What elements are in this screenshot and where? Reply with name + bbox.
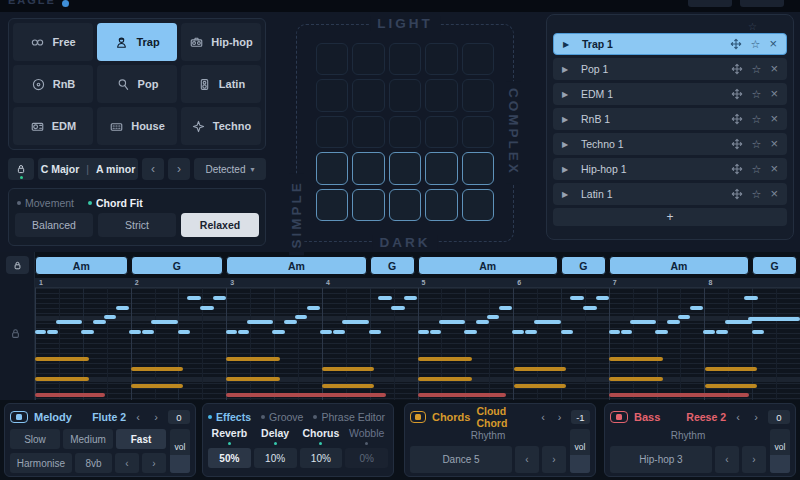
tab-effects[interactable]: Effects	[208, 411, 251, 423]
bass-preset-name[interactable]: Reese 2	[686, 411, 726, 423]
melody-option-prev-button[interactable]: ‹	[115, 453, 139, 473]
xy-pad-cell-r5c2[interactable]	[352, 189, 384, 221]
melody-speed-medium[interactable]: Medium	[63, 429, 113, 449]
effect-value-button[interactable]: 50%	[208, 448, 251, 468]
effect-value-button[interactable]: 10%	[300, 448, 343, 468]
chords-rhythm-prev-button[interactable]: ‹	[515, 446, 539, 473]
star-icon[interactable]: ☆	[752, 163, 762, 176]
close-icon[interactable]: ×	[770, 64, 778, 74]
star-icon[interactable]: ☆	[752, 138, 762, 151]
tab-groove[interactable]: Groove	[261, 411, 303, 423]
genre-button-pop[interactable]: Pop	[97, 65, 177, 103]
xy-pad-cell-r1c3[interactable]	[389, 43, 421, 75]
key-detect-dropdown[interactable]: Detected ▾	[194, 158, 266, 180]
chord-block-g[interactable]: G	[131, 256, 224, 275]
chord-block-g[interactable]: G	[752, 256, 797, 275]
genre-button-edm[interactable]: EDM	[13, 107, 93, 145]
melody-enable-toggle[interactable]	[10, 411, 28, 423]
preset-row-hip-hop-1[interactable]: ▶Hip-hop 1☆×	[553, 158, 787, 180]
chord-fit-option-relaxed[interactable]: Relaxed	[181, 213, 259, 237]
add-preset-button[interactable]: +	[553, 208, 787, 226]
close-icon[interactable]: ×	[770, 139, 778, 149]
play-icon[interactable]: ▶	[562, 65, 572, 74]
xy-pad-cell-r2c4[interactable]	[425, 79, 457, 111]
xy-pad-cell-r5c4[interactable]	[425, 189, 457, 221]
play-icon[interactable]: ▶	[563, 40, 573, 49]
star-icon[interactable]: ☆	[752, 188, 762, 201]
move-icon[interactable]	[731, 88, 743, 100]
chord-fit-option-strict[interactable]: Strict	[98, 213, 176, 237]
chord-block-am[interactable]: Am	[226, 256, 366, 275]
genre-button-house[interactable]: House	[97, 107, 177, 145]
xy-pad-cell-r5c3[interactable]	[389, 189, 421, 221]
key-lock-button[interactable]	[8, 158, 34, 180]
star-icon[interactable]: ☆	[752, 113, 762, 126]
xy-pad-cell-r2c5[interactable]	[462, 79, 494, 111]
melody-speed-slow[interactable]: Slow	[10, 429, 60, 449]
favorites-filter-star-icon[interactable]: ☆	[748, 21, 757, 32]
xy-pad-cell-r2c1[interactable]	[316, 79, 348, 111]
genre-button-latin[interactable]: Latin	[181, 65, 261, 103]
titlebar-button[interactable]	[740, 0, 784, 7]
close-icon[interactable]: ×	[770, 89, 778, 99]
chord-block-g[interactable]: G	[370, 256, 415, 275]
piano-roll[interactable]	[35, 288, 800, 400]
bass-enable-toggle[interactable]	[610, 411, 628, 423]
preset-row-pop-1[interactable]: ▶Pop 1☆×	[553, 58, 787, 80]
chord-block-am[interactable]: Am	[609, 256, 749, 275]
chords-rhythm-preset-button[interactable]: Dance 5	[410, 446, 512, 473]
xy-pad-cell-r2c2[interactable]	[352, 79, 384, 111]
play-icon[interactable]: ▶	[562, 165, 572, 174]
play-icon[interactable]: ▶	[562, 115, 572, 124]
star-icon[interactable]: ☆	[752, 88, 762, 101]
xy-pad-cell-r4c1[interactable]	[316, 152, 348, 184]
preset-row-edm-1[interactable]: ▶EDM 1☆×	[553, 83, 787, 105]
xy-pad-cell-r1c1[interactable]	[316, 43, 348, 75]
close-icon[interactable]: ×	[770, 164, 778, 174]
xy-pad-cell-r4c4[interactable]	[425, 152, 457, 184]
xy-pad-cell-r3c3[interactable]	[389, 116, 421, 148]
xy-pad-cell-r3c5[interactable]	[462, 116, 494, 148]
chord-block-am[interactable]: Am	[35, 256, 128, 275]
tab-phrase-editor[interactable]: Phrase Editor	[313, 411, 385, 423]
genre-button-techno[interactable]: Techno	[181, 107, 261, 145]
close-icon[interactable]: ×	[769, 39, 777, 49]
genre-button-trap[interactable]: Trap	[97, 23, 177, 61]
melody-speed-fast[interactable]: Fast	[116, 429, 166, 449]
preset-row-trap-1[interactable]: ▶Trap 1☆×	[553, 33, 787, 55]
tab-chord-fit[interactable]: Chord Fit	[88, 197, 143, 209]
chords-volume-slider[interactable]: vol	[570, 429, 590, 473]
chord-block-am[interactable]: Am	[418, 256, 558, 275]
chords-transpose-value[interactable]: -1	[571, 410, 590, 424]
close-icon[interactable]: ×	[770, 189, 778, 199]
octave-button[interactable]: 8vb	[75, 453, 112, 473]
melody-prev-button[interactable]: ‹	[132, 411, 144, 423]
star-icon[interactable]: ☆	[751, 38, 761, 51]
bass-rhythm-preset-button[interactable]: Hip-hop 3	[610, 446, 712, 473]
xy-pad-cell-r5c5[interactable]	[462, 189, 494, 221]
chord-block-g[interactable]: G	[561, 256, 606, 275]
chords-preset-name[interactable]: Cloud Chord	[476, 405, 531, 429]
bar-ruler[interactable]: 12345678	[35, 278, 800, 288]
xy-pad-cell-r3c1[interactable]	[316, 116, 348, 148]
xy-pad-cell-r4c3[interactable]	[389, 152, 421, 184]
bass-rhythm-next-button[interactable]: ›	[742, 446, 766, 473]
preset-row-latin-1[interactable]: ▶Latin 1☆×	[553, 183, 787, 205]
move-icon[interactable]	[731, 163, 743, 175]
xy-pad-cell-r5c1[interactable]	[316, 189, 348, 221]
star-icon[interactable]: ☆	[752, 63, 762, 76]
xy-pad-cell-r1c5[interactable]	[462, 43, 494, 75]
xy-pad-cell-r3c4[interactable]	[425, 116, 457, 148]
titlebar-button[interactable]	[688, 0, 732, 7]
move-icon[interactable]	[730, 38, 742, 50]
melody-preset-name[interactable]: Flute 2	[92, 411, 126, 423]
key-display[interactable]: C Major | A minor	[38, 158, 138, 180]
melody-transpose-value[interactable]: 0	[168, 410, 190, 424]
preset-row-rnb-1[interactable]: ▶RnB 1☆×	[553, 108, 787, 130]
move-icon[interactable]	[731, 113, 743, 125]
xy-pad-cell-r2c3[interactable]	[389, 79, 421, 111]
preset-row-techno-1[interactable]: ▶Techno 1☆×	[553, 133, 787, 155]
chord-fit-option-balanced[interactable]: Balanced	[15, 213, 93, 237]
effect-value-button[interactable]: 10%	[254, 448, 297, 468]
bass-transpose-value[interactable]: 0	[768, 410, 790, 424]
